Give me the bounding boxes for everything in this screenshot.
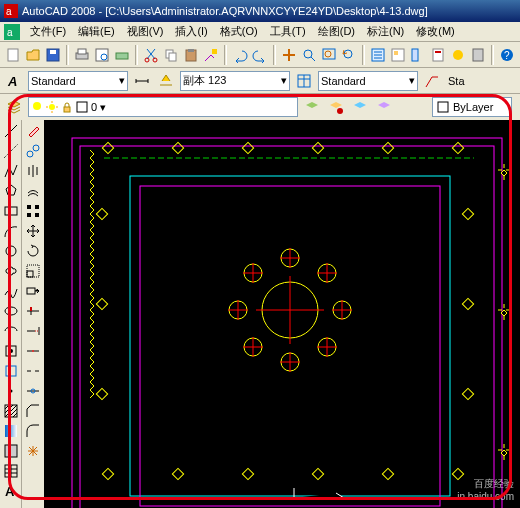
- svg-rect-55: [27, 205, 31, 209]
- rectangle-tool[interactable]: [2, 202, 20, 220]
- new-button[interactable]: [4, 45, 22, 65]
- extend-tool[interactable]: [24, 322, 42, 340]
- menu-format[interactable]: 格式(O): [214, 22, 264, 41]
- layer-combo[interactable]: 0 ▾: [28, 97, 298, 117]
- copy-button[interactable]: [162, 45, 180, 65]
- move-tool[interactable]: [24, 222, 42, 240]
- mleader-button[interactable]: [422, 71, 442, 91]
- menu-file[interactable]: 文件(F): [24, 22, 72, 41]
- drawing-canvas[interactable]: 百度经验 in.baidu.com: [44, 120, 520, 508]
- cut-button[interactable]: [142, 45, 160, 65]
- lock-icon: [61, 101, 73, 113]
- menu-view[interactable]: 视图(V): [121, 22, 170, 41]
- svg-rect-91: [96, 388, 107, 399]
- preview-button[interactable]: [93, 45, 111, 65]
- menu-modify[interactable]: 修改(M): [410, 22, 461, 41]
- svg-point-42: [6, 246, 16, 256]
- mirror-tool[interactable]: [24, 162, 42, 180]
- layer-states-button[interactable]: [326, 97, 346, 117]
- svg-point-39: [337, 108, 343, 114]
- region-tool[interactable]: [2, 442, 20, 460]
- hatch-tool[interactable]: [2, 402, 20, 420]
- table-style-combo[interactable]: Standard ▾: [318, 71, 418, 91]
- trim-tool[interactable]: [24, 302, 42, 320]
- break-point-tool[interactable]: [24, 342, 42, 360]
- svg-text:A: A: [5, 484, 15, 499]
- calc-button[interactable]: [469, 45, 487, 65]
- erase-tool[interactable]: [24, 122, 42, 140]
- table-style-button[interactable]: [294, 71, 314, 91]
- menu-dimension[interactable]: 标注(N): [361, 22, 410, 41]
- pline-tool[interactable]: [2, 162, 20, 180]
- svg-rect-81: [382, 142, 393, 153]
- dim-style-button[interactable]: [132, 71, 152, 91]
- props-button[interactable]: [369, 45, 387, 65]
- polygon-tool[interactable]: [2, 182, 20, 200]
- zoomwin-button[interactable]: [320, 45, 338, 65]
- layer-match-button[interactable]: [374, 97, 394, 117]
- break-tool[interactable]: [24, 362, 42, 380]
- layer-name: 0: [91, 101, 97, 113]
- make-block-tool[interactable]: [2, 362, 20, 380]
- dim-update-button[interactable]: [156, 71, 176, 91]
- svg-rect-78: [172, 142, 183, 153]
- chamfer-tool[interactable]: [24, 402, 42, 420]
- menu-insert[interactable]: 插入(I): [169, 22, 213, 41]
- table-style-value: Standard: [321, 75, 366, 87]
- text-style-combo[interactable]: Standard ▾: [28, 71, 128, 91]
- color-swatch-icon: [437, 101, 449, 113]
- palette-button[interactable]: [409, 45, 427, 65]
- fillet-tool[interactable]: [24, 422, 42, 440]
- layer-prev-button[interactable]: [302, 97, 322, 117]
- block-tool[interactable]: [2, 342, 20, 360]
- copy-tool[interactable]: [24, 142, 42, 160]
- explode-tool[interactable]: [24, 442, 42, 460]
- text-style-button[interactable]: A: [4, 71, 24, 91]
- color-combo[interactable]: ByLayer: [432, 97, 512, 117]
- arc-tool[interactable]: [2, 222, 20, 240]
- layer-iso-button[interactable]: [350, 97, 370, 117]
- revcloud-tool[interactable]: [2, 262, 20, 280]
- mtext-tool[interactable]: A: [2, 482, 20, 500]
- svg-rect-41: [5, 207, 17, 215]
- table-tool[interactable]: [2, 462, 20, 480]
- svg-rect-38: [77, 102, 87, 112]
- point-tool[interactable]: [2, 382, 20, 400]
- layer-manager-button[interactable]: [4, 97, 24, 117]
- zoomprev-button[interactable]: [340, 45, 358, 65]
- gradient-tool[interactable]: [2, 422, 20, 440]
- match-button[interactable]: [202, 45, 220, 65]
- undo-button[interactable]: [231, 45, 249, 65]
- help-button[interactable]: ?: [498, 45, 516, 65]
- sheets-button[interactable]: [429, 45, 447, 65]
- markup-button[interactable]: [449, 45, 467, 65]
- redo-button[interactable]: [251, 45, 269, 65]
- menu-edit[interactable]: 编辑(E): [72, 22, 121, 41]
- dcenter-button[interactable]: [389, 45, 407, 65]
- ellipse-arc-tool[interactable]: [2, 322, 20, 340]
- menu-tools[interactable]: 工具(T): [264, 22, 312, 41]
- ellipse-tool[interactable]: [2, 302, 20, 320]
- stretch-tool[interactable]: [24, 282, 42, 300]
- array-tool[interactable]: [24, 202, 42, 220]
- dim-style-combo[interactable]: 副本 123 ▾: [180, 71, 290, 91]
- menu-draw[interactable]: 绘图(D): [312, 22, 361, 41]
- scale-tool[interactable]: [24, 262, 42, 280]
- open-button[interactable]: [24, 45, 42, 65]
- plot-button[interactable]: [73, 45, 91, 65]
- save-button[interactable]: [44, 45, 62, 65]
- chevron-down-icon: ▾: [119, 74, 125, 87]
- publish-button[interactable]: [113, 45, 131, 65]
- circle-tool[interactable]: [2, 242, 20, 260]
- svg-rect-6: [50, 50, 56, 54]
- pan-button[interactable]: [280, 45, 298, 65]
- rotate-tool[interactable]: [24, 242, 42, 260]
- join-tool[interactable]: [24, 382, 42, 400]
- watermark: 百度经验 in.baidu.com: [457, 477, 514, 502]
- paste-button[interactable]: [182, 45, 200, 65]
- zoom-button[interactable]: [300, 45, 318, 65]
- line-tool[interactable]: [2, 122, 20, 140]
- xline-tool[interactable]: [2, 142, 20, 160]
- offset-tool[interactable]: [24, 182, 42, 200]
- spline-tool[interactable]: [2, 282, 20, 300]
